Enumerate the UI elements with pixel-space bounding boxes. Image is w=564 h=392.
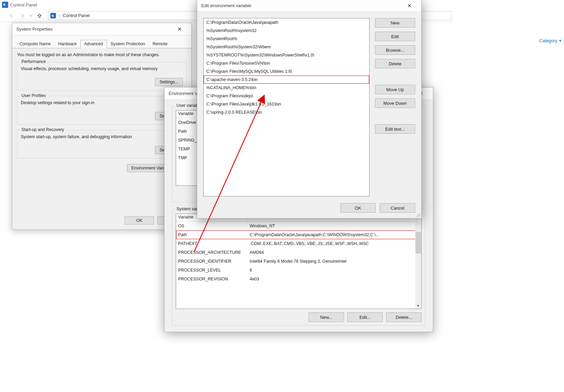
path-entry[interactable]: C:\Program Files\MySQL\MySQL Utilities 1… bbox=[204, 67, 369, 76]
path-entry[interactable]: C:\ProgramData\Oracle\Java\javapath bbox=[204, 18, 369, 27]
back-button[interactable] bbox=[6, 11, 17, 20]
path-entry[interactable]: C:\spring-2.0.0.RELEASE\bin bbox=[204, 108, 369, 116]
path-entry[interactable]: C:\Program Files\nodejs\ bbox=[204, 92, 369, 100]
path-entry[interactable]: %CATALINA_HOME%\bin bbox=[204, 84, 369, 92]
startup-recovery-text: System start-up, system failure, and deb… bbox=[21, 133, 183, 139]
path-entry[interactable]: %SYSTEMROOT%\System32\WindowsPowerShell\… bbox=[204, 51, 369, 59]
table-row[interactable]: PathC:\ProgramData\Oracle\Java\javapath;… bbox=[176, 230, 421, 239]
performance-group: Performance Visual effects, processor sc… bbox=[17, 62, 187, 91]
path-entry[interactable]: C:\Program Files\TortoiseSVN\bin bbox=[204, 59, 369, 67]
up-button[interactable] bbox=[34, 11, 45, 20]
move-up-button[interactable]: Move Up bbox=[375, 85, 415, 94]
close-button[interactable]: ✕ bbox=[402, 1, 417, 11]
cell-variable: PATHEXT bbox=[176, 241, 248, 246]
breadcrumb-text: Control Panel bbox=[63, 13, 90, 18]
path-entries-list[interactable]: C:\ProgramData\Oracle\Java\javapath%Syst… bbox=[203, 18, 370, 196]
tab-computer-name[interactable]: Computer Name bbox=[16, 40, 54, 48]
cell-value: Windows_NT bbox=[248, 224, 421, 228]
tab-hardware[interactable]: Hardware bbox=[54, 40, 80, 48]
tab-remote[interactable]: Remote bbox=[149, 40, 171, 48]
performance-text: Visual effects, processor scheduling, me… bbox=[21, 65, 183, 71]
tab-system-protection[interactable]: System Protection bbox=[107, 40, 149, 48]
cell-value: 6 bbox=[248, 268, 421, 273]
table-row[interactable]: PROCESSOR_LEVEL6 bbox=[176, 266, 421, 275]
edit-text-button[interactable]: Edit text... bbox=[375, 124, 415, 134]
path-entry[interactable]: %SystemRoot%\System32\Wbem bbox=[204, 43, 369, 51]
user-profiles-title: User Profiles bbox=[20, 93, 47, 98]
system-edit-button[interactable]: Edit... bbox=[347, 312, 383, 322]
sysprops-titlebar: System Properties ✕ bbox=[12, 23, 191, 35]
cell-variable: PROCESSOR_IDENTIFIER bbox=[176, 259, 248, 264]
vertical-scrollbar[interactable]: ▲ ▼ bbox=[415, 214, 421, 309]
control-panel-icon bbox=[2, 2, 8, 8]
sysprops-tabs: Computer Name Hardware Advanced System P… bbox=[12, 35, 191, 48]
sysprops-title: System Properties bbox=[16, 27, 52, 32]
startup-recovery-title: Start-up and Recovery bbox=[20, 127, 65, 132]
move-down-button[interactable]: Move Down bbox=[375, 98, 415, 108]
editdlg-cancel-button[interactable]: Cancel bbox=[380, 203, 415, 213]
cell-variable: OS bbox=[176, 224, 248, 228]
table-row[interactable]: PROCESSOR_REVISION4e03 bbox=[176, 275, 421, 283]
table-row[interactable]: OSWindows_NT bbox=[176, 222, 421, 230]
startup-recovery-group: Start-up and Recovery System start-up, s… bbox=[17, 130, 187, 159]
resize-grip-icon[interactable] bbox=[416, 213, 420, 217]
user-profiles-group: User Profiles Desktop settings related t… bbox=[17, 96, 187, 125]
editdlg-ok-button[interactable]: OK bbox=[340, 203, 376, 213]
delete-button[interactable]: Delete bbox=[375, 59, 415, 68]
edit-button[interactable]: Edit bbox=[375, 32, 415, 41]
editdlg-side-buttons: New Edit Browse... Delete Move Up Move D… bbox=[375, 18, 415, 196]
close-button[interactable]: ✕ bbox=[172, 24, 187, 34]
sysprops-ok-button[interactable]: OK bbox=[125, 216, 154, 225]
system-delete-button[interactable]: Delete... bbox=[386, 312, 422, 322]
recent-dropdown[interactable] bbox=[28, 11, 34, 20]
forward-button[interactable] bbox=[17, 11, 28, 20]
performance-settings-button[interactable]: Settings... bbox=[155, 78, 183, 86]
path-entry[interactable]: C:\Program Files\Java\jdk1.8.0_161\bin bbox=[204, 100, 369, 108]
scroll-down-icon[interactable]: ▼ bbox=[415, 303, 421, 309]
chevron-down-icon: ▼ bbox=[559, 39, 562, 43]
edit-environment-variable-dialog: Edit environment variable ✕ C:\ProgramDa… bbox=[197, 0, 422, 218]
control-panel-icon bbox=[50, 13, 56, 18]
nav-divider bbox=[46, 13, 47, 19]
cell-variable: PROCESSOR_REVISION bbox=[176, 277, 248, 281]
table-row[interactable]: PROCESSOR_ARCHITECTUREAMD64 bbox=[176, 248, 421, 257]
system-variables-table[interactable]: Variable Value OSWindows_NTPathC:\Progra… bbox=[176, 214, 422, 309]
cell-value: 4e03 bbox=[248, 277, 421, 281]
new-button[interactable]: New bbox=[375, 18, 415, 28]
editdlg-titlebar: Edit environment variable ✕ bbox=[197, 0, 421, 12]
system-variables-group: System variables Variable Value OSWindow… bbox=[172, 209, 425, 326]
performance-title: Performance bbox=[20, 59, 47, 64]
editdlg-body: C:\ProgramData\Oracle\Java\javapath%Syst… bbox=[197, 12, 421, 200]
browse-button[interactable]: Browse... bbox=[375, 45, 415, 55]
view-by-label: Category bbox=[539, 38, 557, 43]
path-entry[interactable]: %SystemRoot%\system32 bbox=[204, 27, 369, 35]
view-by-dropdown[interactable]: Category ▼ bbox=[539, 38, 562, 43]
admin-note: You must be logged on as an Administrato… bbox=[17, 52, 187, 57]
cell-value: C:\ProgramData\Oracle\Java\javapath;C:\W… bbox=[248, 232, 421, 237]
breadcrumb-separator-icon: › bbox=[59, 13, 60, 18]
cell-value: Intel64 Family 6 Model 78 Stepping 3, Ge… bbox=[248, 259, 421, 264]
scrollbar-thumb[interactable] bbox=[416, 232, 421, 254]
user-profiles-text: Desktop settings related to your sign-in bbox=[21, 99, 183, 105]
cell-variable: PROCESSOR_ARCHITECTURE bbox=[176, 250, 248, 255]
tab-advanced[interactable]: Advanced bbox=[80, 40, 107, 48]
cell-value: .COM;.EXE;.BAT;.CMD;.VBS;.VBE;.JS;.JSE;.… bbox=[248, 241, 421, 246]
cell-variable: Path bbox=[176, 232, 248, 237]
table-row[interactable]: PROCESSOR_IDENTIFIERIntel64 Family 6 Mod… bbox=[176, 257, 421, 266]
table-row[interactable]: PATHEXT.COM;.EXE;.BAT;.CMD;.VBS;.VBE;.JS… bbox=[176, 239, 421, 248]
path-entry[interactable]: C:\apache-maven-3.5.2\bin bbox=[204, 76, 369, 84]
cell-value: AMD64 bbox=[248, 250, 421, 255]
system-new-button[interactable]: New... bbox=[309, 312, 344, 322]
editdlg-title: Edit environment variable bbox=[201, 3, 251, 8]
path-entry[interactable]: %SystemRoot% bbox=[204, 35, 369, 43]
explorer-title: Control Panel bbox=[10, 2, 37, 7]
cell-variable: PROCESSOR_LEVEL bbox=[176, 268, 248, 273]
